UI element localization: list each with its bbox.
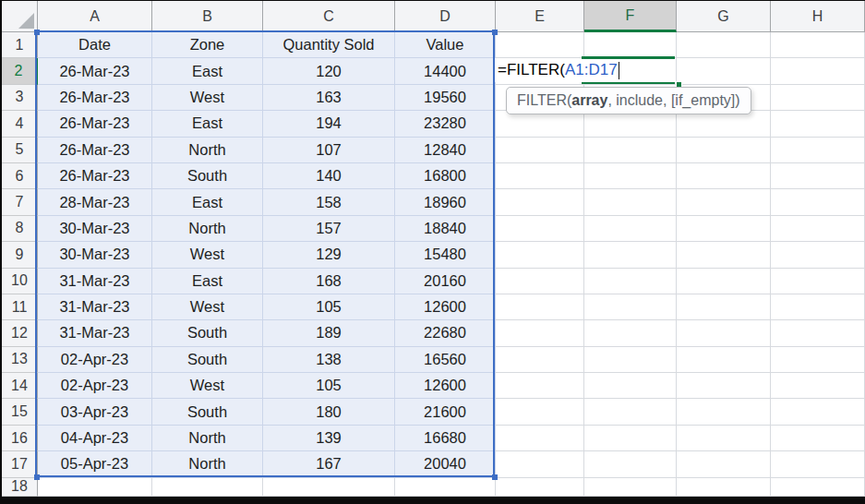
column-header-E[interactable]: E [496, 1, 584, 32]
cell-D2[interactable]: 14400 [395, 58, 496, 84]
cell-H5[interactable] [771, 138, 865, 163]
cell-H10[interactable] [771, 269, 865, 294]
cell-F9[interactable] [584, 242, 677, 268]
cell-H12[interactable] [771, 320, 865, 346]
cell-B16[interactable]: North [152, 426, 263, 451]
cell-D10[interactable]: 20160 [395, 269, 496, 294]
cell-E9[interactable] [496, 242, 584, 268]
row-header-2[interactable]: 2 [2, 58, 38, 84]
row-header-11[interactable]: 11 [2, 294, 38, 320]
cell-C1[interactable]: Quantity Sold [263, 32, 395, 58]
row-header-1[interactable]: 1 [2, 32, 38, 58]
cell-F16[interactable] [584, 426, 677, 451]
row-header-7[interactable]: 7 [2, 189, 38, 215]
cell-G6[interactable] [677, 163, 771, 189]
cell-D9[interactable]: 15480 [395, 242, 496, 268]
cell-A5[interactable]: 26-Mar-23 [38, 138, 152, 163]
cell-D11[interactable]: 12600 [395, 294, 496, 320]
cell-E6[interactable] [496, 163, 584, 189]
row-header-15[interactable]: 15 [2, 399, 38, 425]
cell-E1[interactable] [496, 32, 584, 58]
cell-G8[interactable] [677, 216, 771, 242]
cell-E4[interactable] [496, 111, 584, 137]
cell-A4[interactable]: 26-Mar-23 [38, 111, 152, 137]
cell-D18[interactable] [395, 478, 496, 497]
cell-B7[interactable]: East [152, 189, 263, 215]
row-header-13[interactable]: 13 [2, 347, 38, 373]
cell-B5[interactable]: North [152, 138, 263, 163]
cell-H18[interactable] [771, 478, 865, 497]
cell-A7[interactable]: 28-Mar-23 [38, 189, 152, 215]
cell-F13[interactable] [584, 347, 677, 373]
cell-F17[interactable] [584, 451, 677, 477]
cell-F12[interactable] [584, 320, 677, 346]
cell-A1[interactable]: Date [38, 32, 152, 58]
cell-D8[interactable]: 18840 [395, 216, 496, 242]
cell-H1[interactable] [771, 32, 865, 58]
row-header-17[interactable]: 17 [2, 451, 38, 477]
cell-A17[interactable]: 05-Apr-23 [38, 451, 152, 477]
cell-B4[interactable]: East [152, 111, 263, 137]
cell-E5[interactable] [496, 138, 584, 163]
cell-A12[interactable]: 31-Mar-23 [38, 320, 152, 346]
cell-B17[interactable]: North [152, 451, 263, 477]
cell-H6[interactable] [771, 163, 865, 189]
cell-F4[interactable] [584, 111, 677, 137]
cell-G9[interactable] [677, 242, 771, 268]
cell-E10[interactable] [496, 269, 584, 294]
cell-F14[interactable] [584, 373, 677, 399]
cell-C11[interactable]: 105 [263, 294, 395, 320]
cell-C16[interactable]: 139 [263, 426, 395, 451]
cell-H7[interactable] [771, 189, 865, 215]
cell-B9[interactable]: West [152, 242, 263, 268]
cell-C4[interactable]: 194 [263, 111, 395, 137]
row-header-5[interactable]: 5 [2, 138, 38, 163]
cell-C2[interactable]: 120 [263, 58, 395, 84]
cell-G12[interactable] [677, 320, 771, 346]
cell-H13[interactable] [771, 347, 865, 373]
cell-G4[interactable] [677, 111, 771, 137]
cell-E13[interactable] [496, 347, 584, 373]
cell-E8[interactable] [496, 216, 584, 242]
in-cell-editor[interactable]: =FILTER(A1:D17 [494, 58, 676, 82]
column-header-B[interactable]: B [152, 1, 263, 32]
cell-G18[interactable] [677, 478, 771, 497]
cell-G5[interactable] [677, 138, 771, 163]
cell-B18[interactable] [152, 478, 263, 497]
cell-B6[interactable]: South [152, 163, 263, 189]
cell-G2[interactable] [677, 58, 771, 84]
cell-A2[interactable]: 26-Mar-23 [38, 58, 152, 84]
row-header-6[interactable]: 6 [2, 163, 38, 189]
cell-F8[interactable] [584, 216, 677, 242]
cell-H17[interactable] [771, 451, 865, 477]
cell-C8[interactable]: 157 [263, 216, 395, 242]
cell-A18[interactable] [38, 478, 152, 497]
cell-G10[interactable] [677, 269, 771, 294]
cell-E18[interactable] [496, 478, 584, 497]
cell-B12[interactable]: South [152, 320, 263, 346]
cell-H11[interactable] [771, 294, 865, 320]
cell-A9[interactable]: 30-Mar-23 [38, 242, 152, 268]
cell-D17[interactable]: 20040 [395, 451, 496, 477]
select-all-button[interactable] [2, 1, 38, 32]
cell-E12[interactable] [496, 320, 584, 346]
cell-D15[interactable]: 21600 [395, 399, 496, 425]
cell-C10[interactable]: 168 [263, 269, 395, 294]
row-header-8[interactable]: 8 [2, 216, 38, 242]
cell-C9[interactable]: 129 [263, 242, 395, 268]
column-header-A[interactable]: A [38, 1, 152, 32]
cell-H9[interactable] [771, 242, 865, 268]
column-header-C[interactable]: C [263, 1, 395, 32]
row-header-16[interactable]: 16 [2, 426, 38, 451]
cell-A15[interactable]: 03-Apr-23 [38, 399, 152, 425]
cell-C6[interactable]: 140 [263, 163, 395, 189]
cell-D16[interactable]: 16680 [395, 426, 496, 451]
cell-D1[interactable]: Value [395, 32, 496, 58]
cell-F6[interactable] [584, 163, 677, 189]
cell-G7[interactable] [677, 189, 771, 215]
range-handle-top-right[interactable] [492, 30, 498, 35]
cell-C15[interactable]: 180 [263, 399, 395, 425]
cell-A14[interactable]: 02-Apr-23 [38, 373, 152, 399]
cell-A8[interactable]: 30-Mar-23 [38, 216, 152, 242]
cell-C18[interactable] [263, 478, 395, 497]
